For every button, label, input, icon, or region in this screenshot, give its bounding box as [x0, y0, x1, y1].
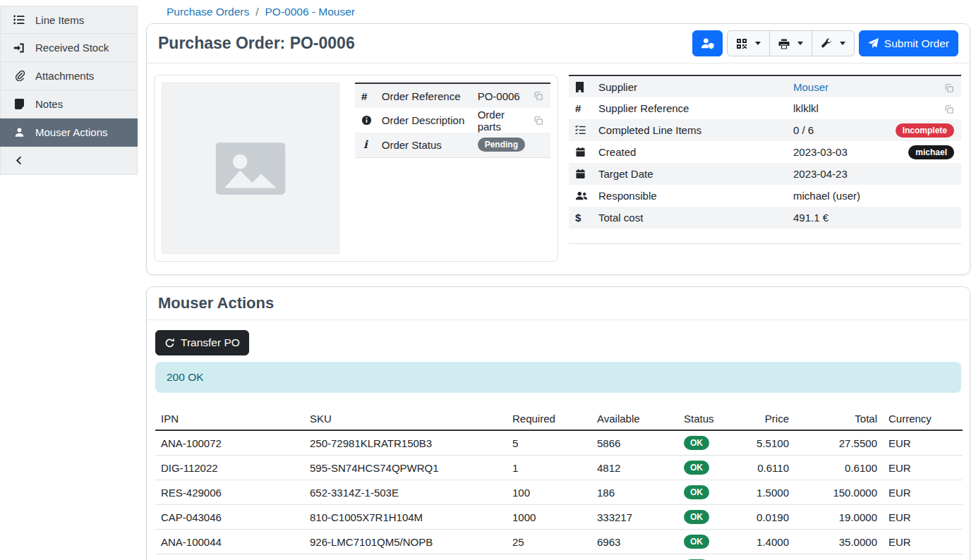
dollar-icon: $: [575, 212, 581, 224]
row-responsible: Responsible michael (user): [569, 185, 961, 207]
part-required: 25: [507, 530, 591, 554]
transfer-po-button[interactable]: Transfer PO: [155, 330, 249, 355]
part-available: 4812: [591, 456, 678, 480]
part-required: 5: [507, 430, 591, 456]
part-ipn: ANA-100044: [155, 530, 304, 554]
ok-badge: OK: [684, 461, 709, 475]
responsible-label: Responsible: [594, 185, 789, 207]
copy-icon[interactable]: [944, 102, 954, 114]
mouser-actions-header: Mouser Actions: [147, 287, 970, 320]
order-actions-menu-button[interactable]: [812, 30, 855, 56]
submit-order-button[interactable]: Submit Order: [859, 30, 958, 56]
supplier-link[interactable]: Mouser: [793, 81, 829, 93]
chevron-down-icon: [755, 42, 761, 45]
col-total: Total: [795, 408, 883, 430]
order-reference-label: Order Reference: [378, 83, 474, 108]
sidebar-item-attachments[interactable]: Attachments: [0, 62, 138, 90]
sidebar-item-mouser-actions[interactable]: Mouser Actions: [0, 118, 138, 147]
order-toolbar: Submit Order: [692, 30, 958, 56]
col-required: Required: [507, 408, 591, 430]
row-order-description: Order Description Order parts: [355, 108, 550, 133]
row-order-status: i Order Status Pending: [355, 133, 550, 157]
supplier-part-button[interactable]: [692, 30, 723, 56]
copy-icon[interactable]: [944, 80, 954, 92]
list-icon: [13, 14, 25, 25]
part-required: 100: [507, 480, 591, 505]
info-circle-icon: [361, 115, 373, 126]
refresh-icon: [164, 338, 175, 348]
part-ipn: DIG-112022: [155, 456, 304, 480]
part-sku: 652-3314Z-1-503E: [304, 480, 507, 505]
order-details-body: # Order Reference PO-0006 Order Descript…: [147, 63, 970, 274]
order-description-label: Order Description: [378, 108, 474, 133]
mouser-actions-card: Mouser Actions Transfer PO 200 OK: [146, 286, 970, 560]
user-shield-icon: [701, 37, 714, 49]
hash-icon: #: [575, 102, 581, 114]
copy-icon[interactable]: [534, 91, 543, 101]
supplier-reference-value: lklklkl: [789, 97, 878, 119]
order-image-placeholder[interactable]: [162, 83, 339, 254]
calendar-icon: [575, 147, 590, 157]
sidebar-item-line-items[interactable]: Line Items: [0, 6, 138, 34]
sidebar-item-notes[interactable]: Notes: [0, 90, 138, 118]
part-available: 6963: [591, 530, 678, 554]
part-ipn: ANA-100072: [155, 430, 304, 456]
order-menu-group: [727, 30, 855, 56]
copy-icon[interactable]: [534, 116, 543, 126]
parts-table: IPN SKU Required Available Status Price …: [155, 408, 963, 560]
print-menu-button[interactable]: [769, 30, 812, 56]
transfer-po-label: Transfer PO: [181, 337, 240, 348]
ok-badge: OK: [684, 535, 709, 549]
sidebar-collapse-button[interactable]: [0, 147, 138, 175]
barcode-menu-button[interactable]: [727, 30, 770, 56]
supplier-details-box: Supplier Mouser # Supplier Reference lkl…: [569, 75, 961, 262]
hash-icon: #: [361, 90, 367, 102]
app-root: Line Items Received Stock Attachments No…: [0, 0, 976, 560]
page-title: Purchase Order: PO-0006: [158, 34, 355, 53]
part-ipn: CAP-043046: [155, 505, 304, 530]
breadcrumb-link-current-order[interactable]: PO-0006 - Mouser: [265, 6, 355, 18]
sidebar-item-received-stock[interactable]: Received Stock: [0, 34, 138, 62]
part-row: ANA-100072 250-72981KLRATR150B3 5 5866 O…: [155, 430, 963, 456]
part-ipn: SWT-200005: [155, 554, 304, 560]
row-completed-line-items: Completed Line Items 0 / 6 Incomplete: [569, 119, 961, 141]
part-row: RES-429006 652-3314Z-1-503E 100 186 OK 1…: [155, 480, 963, 505]
supplier-label: Supplier: [594, 75, 789, 97]
part-row: ANA-100044 926-LMC7101QM5/NOPB 25 6963 O…: [155, 530, 963, 554]
info-icon: i: [361, 138, 368, 151]
part-currency: EUR: [883, 430, 963, 456]
sign-in-icon: [13, 42, 25, 54]
part-status: OK: [678, 480, 721, 505]
completed-line-items-value: 0 / 6: [789, 119, 878, 141]
target-date-label: Target Date: [594, 163, 789, 185]
paperclip-icon: [13, 71, 25, 81]
part-sku: 250-72981KLRATR150B3: [304, 430, 507, 456]
col-price: Price: [721, 408, 795, 430]
part-price: 1.5000: [721, 480, 795, 505]
parts-table-body: ANA-100072 250-72981KLRATR150B3 5 5866 O…: [155, 430, 963, 560]
breadcrumb-link-purchase-orders[interactable]: Purchase Orders: [167, 6, 249, 18]
part-status: OK: [678, 554, 721, 560]
total-cost-value: 491.1 €: [789, 207, 878, 229]
user-icon: [13, 127, 25, 138]
part-required: 1000: [507, 505, 591, 530]
sidebar-item-label: Line Items: [35, 14, 84, 26]
part-sku: 595-SN74HCS74QPWRQ1: [304, 456, 507, 480]
purchase-order-card-header: Purchase Order: PO-0006: [147, 24, 970, 63]
note-icon: [13, 99, 25, 109]
ok-badge: OK: [684, 510, 709, 524]
order-reference-value: PO-0006: [474, 83, 529, 108]
sidebar-item-label: Received Stock: [35, 42, 109, 54]
part-price: 0.6110: [721, 456, 795, 480]
order-summary-box: # Order Reference PO-0006 Order Descript…: [154, 75, 558, 262]
sidebar-item-label: Notes: [35, 98, 63, 110]
chevron-down-icon: [840, 42, 845, 45]
part-status: OK: [678, 505, 721, 530]
part-row: CAP-043046 810-C1005X7R1H104M 1000 33321…: [155, 505, 963, 530]
part-status: OK: [678, 430, 721, 456]
part-price: 1.4000: [721, 530, 795, 554]
users-icon: [575, 190, 590, 201]
col-status: Status: [678, 408, 721, 430]
part-sku: 926-LMC7101QM5/NOPB: [304, 530, 507, 554]
part-available: 333217: [591, 505, 678, 530]
